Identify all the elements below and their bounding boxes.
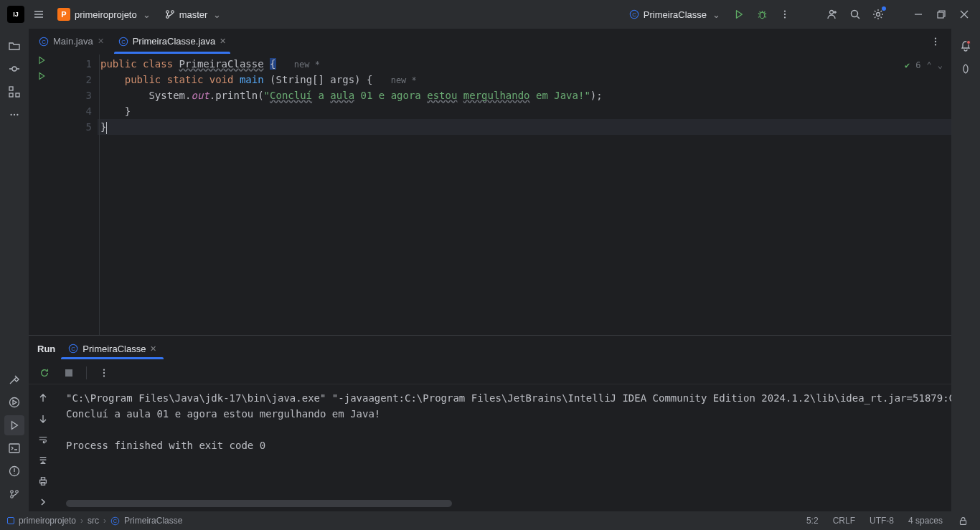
code-with-me-button[interactable] (822, 4, 842, 24)
main-toolbar: IJ P primeiroprojeto ⌄ master ⌄ C Primei… (0, 0, 980, 29)
check-icon: ✔ (905, 57, 910, 73)
run-tool-button[interactable] (4, 415, 24, 435)
close-tab-button[interactable]: ✕ (220, 37, 226, 46)
console-scrollbar[interactable] (66, 500, 943, 507)
assistant-icon (960, 63, 971, 75)
app-logo[interactable]: IJ (6, 4, 26, 24)
gutter-icons (29, 55, 55, 335)
more-actions-button[interactable] (775, 4, 795, 24)
down-stack-button[interactable] (33, 410, 53, 427)
svg-point-2 (171, 11, 174, 14)
bug-icon (757, 9, 768, 20)
svg-text:C: C (121, 38, 126, 44)
prev-highlight-icon[interactable]: ⌃ (927, 57, 932, 73)
run-configuration-selector[interactable]: C PrimeiraClasse ⌄ (623, 4, 726, 24)
folder-icon (9, 40, 20, 52)
crumb-class[interactable]: PrimeiraClasse (124, 516, 182, 526)
svg-point-8 (784, 16, 786, 18)
settings-button[interactable] (868, 4, 888, 24)
svg-point-7 (784, 14, 786, 15)
crumb-src[interactable]: src (88, 516, 99, 526)
crumb-project[interactable]: primeiroprojeto (19, 516, 76, 526)
svg-rect-35 (65, 369, 72, 377)
git-tool-button[interactable] (4, 484, 24, 504)
inspection-widget[interactable]: ✔ 6 ⌃ ⌄ (905, 57, 943, 73)
class-icon: C (68, 344, 78, 354)
expand-console-button[interactable] (33, 493, 53, 511)
tab-primeira-classe[interactable]: C PrimeiraClasse.java ✕ (111, 29, 234, 54)
file-encoding[interactable]: UTF-8 (865, 516, 898, 526)
structure-tool-button[interactable] (4, 82, 24, 102)
class-icon: C (629, 9, 639, 19)
debug-button[interactable] (752, 4, 772, 24)
caret-position[interactable]: 5:2 (802, 516, 823, 526)
tab-menu-button[interactable] (925, 32, 946, 52)
project-tool-button[interactable] (4, 36, 24, 56)
code-area[interactable]: public class PrimeiraClasse { new * publ… (98, 55, 951, 335)
svg-point-31 (935, 40, 936, 42)
maximize-button[interactable] (931, 4, 951, 24)
chevron-right-icon (39, 498, 47, 506)
services-tool-button[interactable] (4, 392, 24, 412)
console-output[interactable]: "C:\Program Files\Java\jdk-17\bin\java.e… (57, 384, 951, 500)
ai-assistant-button[interactable] (956, 59, 976, 79)
svg-point-5 (760, 12, 765, 18)
notifications-button[interactable] (956, 36, 976, 56)
svg-point-6 (784, 10, 786, 11)
svg-point-10 (852, 11, 858, 17)
commit-icon (9, 63, 20, 75)
build-tool-button[interactable] (4, 369, 24, 389)
soft-wrap-button[interactable] (33, 430, 53, 448)
svg-rect-41 (41, 483, 44, 486)
run-title: Run (37, 344, 55, 354)
more-tools-button[interactable] (4, 105, 24, 125)
project-selector[interactable]: P primeiroprojeto ⌄ (52, 4, 156, 24)
maximize-icon (937, 10, 946, 19)
tab-label: Main.java (53, 36, 93, 47)
line-ending[interactable]: CRLF (829, 516, 859, 526)
chevron-down-icon: ⌄ (213, 9, 221, 20)
commit-tool-button[interactable] (4, 59, 24, 79)
hamburger-icon (33, 9, 44, 20)
lock-icon (958, 516, 968, 526)
svg-text:C: C (42, 38, 46, 44)
close-tab-button[interactable]: ✕ (98, 37, 104, 46)
tab-main-java[interactable]: C Main.java ✕ (32, 29, 111, 54)
kebab-icon (99, 368, 109, 378)
warning-circle-icon (9, 465, 20, 477)
readonly-toggle[interactable] (953, 511, 973, 530)
run-tab[interactable]: C PrimeiraClasse ✕ (61, 339, 164, 359)
svg-point-37 (103, 372, 105, 373)
up-stack-button[interactable] (33, 389, 53, 407)
run-tab-label: PrimeiraClasse (83, 344, 146, 354)
print-button[interactable] (33, 473, 53, 491)
vcs-branch-selector[interactable]: master ⌄ (159, 4, 227, 24)
run-gutter-icon[interactable] (37, 56, 46, 65)
scroll-to-end-button[interactable] (33, 452, 53, 470)
code-editor[interactable]: 12345 public class PrimeiraClasse { new … (29, 55, 951, 335)
svg-point-0 (166, 11, 169, 14)
problems-tool-button[interactable] (4, 461, 24, 481)
run-button[interactable] (729, 4, 749, 24)
rerun-button[interactable] (34, 363, 55, 383)
chevron-down-icon: ⌄ (143, 9, 151, 20)
main-menu-button[interactable] (29, 4, 49, 24)
play-icon (734, 9, 744, 19)
search-everywhere-button[interactable] (845, 4, 865, 24)
run-gutter-icon[interactable] (37, 72, 46, 80)
project-name: primeiroprojeto (75, 9, 137, 20)
svg-rect-21 (9, 444, 19, 453)
svg-point-19 (17, 114, 18, 115)
console-menu-button[interactable] (94, 363, 114, 383)
close-run-tab[interactable]: ✕ (150, 344, 156, 354)
next-highlight-icon[interactable]: ⌄ (938, 57, 943, 73)
close-window-button[interactable] (954, 4, 974, 24)
terminal-tool-button[interactable] (4, 438, 24, 458)
indent-setting[interactable]: 4 spaces (904, 516, 947, 526)
minimize-button[interactable] (908, 4, 928, 24)
module-icon (7, 517, 14, 524)
navigation-breadcrumb[interactable]: primeiroprojeto › src › C PrimeiraClasse (7, 516, 182, 526)
svg-rect-15 (9, 93, 13, 97)
run-tool-window: Run C PrimeiraClasse ✕ (29, 335, 951, 511)
stop-button[interactable] (59, 363, 79, 383)
